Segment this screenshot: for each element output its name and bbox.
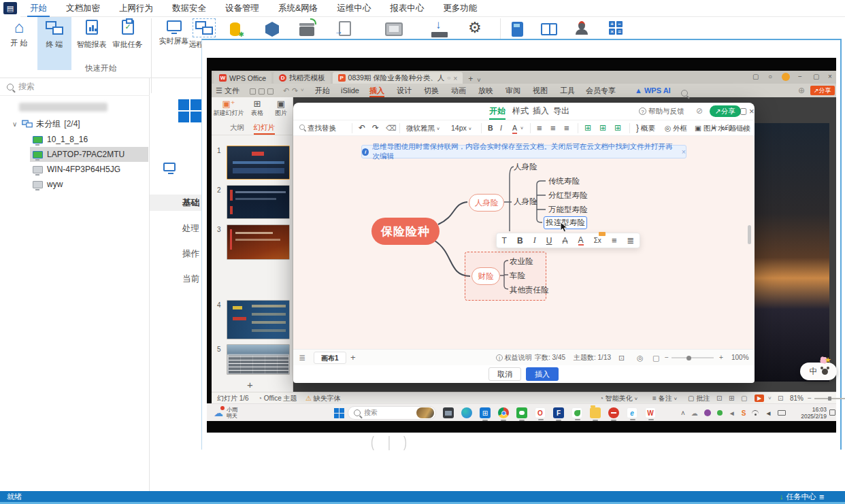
menu-home[interactable]: 开始 bbox=[315, 84, 330, 97]
download-icon[interactable] bbox=[431, 21, 448, 40]
menu-member[interactable]: 会员专享 bbox=[586, 84, 616, 97]
tree-item-terminal-selected[interactable]: LAPTOP-7PAC2MTU bbox=[0, 147, 150, 162]
dialog-tab-insert[interactable]: 插入 bbox=[533, 103, 549, 120]
notification-center-icon[interactable] bbox=[829, 409, 835, 416]
play-button[interactable]: ▶ bbox=[755, 394, 764, 402]
summary-button[interactable]: } 概要 bbox=[636, 120, 655, 136]
file-menu[interactable]: ☰ 文件 bbox=[216, 84, 239, 97]
device-card-icon[interactable] bbox=[385, 22, 403, 36]
tree-item-terminal[interactable]: WIN-4FP3P64H5JG bbox=[0, 162, 150, 177]
format-clear-icon[interactable]: ⌫ bbox=[386, 120, 397, 136]
play-dropdown-icon[interactable]: ˅ bbox=[768, 392, 772, 404]
font-color-icon[interactable]: A bbox=[578, 236, 584, 246]
volume-icon[interactable]: ◄ bbox=[765, 409, 772, 417]
notes-button[interactable]: ≡ 备注 ˅ bbox=[652, 392, 677, 404]
bold-icon[interactable]: B bbox=[488, 120, 493, 136]
menu-ops-center[interactable]: 运维中心 bbox=[327, 0, 380, 17]
menu-more[interactable]: 更多功能 bbox=[433, 0, 486, 17]
align-center-icon[interactable]: ≡ bbox=[550, 120, 556, 136]
mindmap-leaf-node[interactable]: 分红型寿险 bbox=[548, 190, 588, 201]
report-transfer-icon[interactable]: → bbox=[339, 21, 351, 39]
input-method-indicator[interactable]: ★ 中 bbox=[800, 363, 837, 380]
canvas-stack-icon[interactable]: ≣ bbox=[299, 350, 305, 366]
folder-icon[interactable] bbox=[590, 407, 601, 418]
fit-screen-icon[interactable]: ⊡ bbox=[618, 350, 625, 366]
formula-icon[interactable]: Σx bbox=[594, 237, 601, 244]
zoom-slider[interactable] bbox=[814, 398, 845, 399]
menu-start[interactable]: 开始 bbox=[20, 0, 56, 17]
mindmap-leaf-node[interactable]: 传统寿险 bbox=[548, 176, 580, 186]
green-app-icon[interactable] bbox=[571, 407, 582, 418]
ribbon-smart-report-button[interactable]: 智能报表 bbox=[73, 18, 110, 50]
more-tools-icon[interactable]: ▸ bbox=[743, 120, 746, 136]
menu-data-security[interactable]: 数据安全 bbox=[163, 0, 216, 17]
menu-view[interactable]: 视图 bbox=[533, 84, 548, 97]
do-not-disturb-icon[interactable]: ⊘ bbox=[696, 103, 703, 120]
reading-view-icon[interactable]: ▢ bbox=[741, 392, 747, 404]
purple-app-icon[interactable] bbox=[704, 409, 711, 416]
zoom-out-icon[interactable]: − bbox=[665, 350, 669, 366]
slide-thumbnail-1[interactable] bbox=[227, 146, 290, 180]
font-size-select[interactable]: 14px ˅ bbox=[451, 120, 471, 136]
mindmap-branch-node[interactable]: 财险 bbox=[471, 267, 500, 285]
undo-icon[interactable]: ↶ bbox=[283, 84, 289, 97]
security-hex-icon[interactable] bbox=[265, 22, 279, 39]
wps-document-tab[interactable]: P 0839期 保险业务险种分类、人 ○ × bbox=[333, 72, 463, 84]
mindmap-leaf-node[interactable]: 农业险 bbox=[510, 256, 533, 267]
layout-structure-icon[interactable]: ⊞ bbox=[584, 120, 591, 136]
missing-font-warning[interactable]: ⚠ 缺失字体 bbox=[305, 392, 341, 404]
canvas-scrollbar[interactable] bbox=[748, 225, 751, 244]
mindmap-canvas[interactable]: i 思维导图使用时需保持联网，内容会实时保存至云文档。关闭后可在云文档中找到文件… bbox=[293, 136, 755, 349]
menu-animation[interactable]: 动画 bbox=[451, 84, 466, 97]
minimap-icon[interactable]: ▢ bbox=[652, 350, 659, 366]
redo-icon[interactable]: ↷ bbox=[372, 120, 379, 136]
fit-window-icon[interactable]: ⊡ bbox=[778, 392, 783, 404]
close-button[interactable]: × bbox=[828, 73, 832, 80]
layout-tree-icon[interactable]: ⊞ bbox=[599, 120, 606, 136]
canvas-tab[interactable]: 画布1 bbox=[314, 352, 346, 364]
comments-button[interactable]: ▢ 批注 bbox=[688, 392, 710, 404]
align-left-icon[interactable]: ≡ bbox=[537, 120, 542, 136]
zoom-slider[interactable] bbox=[672, 357, 714, 358]
align-right-icon[interactable]: ≡ bbox=[564, 120, 569, 136]
skin-icon[interactable]: ▢ bbox=[752, 73, 759, 80]
menu-tools[interactable]: 工具 bbox=[560, 84, 575, 97]
clock[interactable]: 16:032025/2/19 bbox=[797, 404, 827, 422]
theme-indicator[interactable]: ◔ Office 主题 bbox=[258, 392, 297, 404]
wps-icon[interactable]: W bbox=[645, 407, 656, 418]
rights-link[interactable]: i 权益说明 bbox=[496, 350, 532, 366]
menu-slideshow[interactable]: 放映 bbox=[478, 84, 493, 97]
zoom-in-icon[interactable]: + bbox=[719, 350, 723, 366]
tree-group-row[interactable]: ∨ 未分组 [2/4] bbox=[0, 116, 150, 131]
software-package-icon[interactable] bbox=[230, 22, 240, 39]
text-style-icon[interactable]: T bbox=[502, 236, 507, 246]
redo-icon[interactable]: ↷ bbox=[292, 84, 298, 97]
server-network-icon[interactable] bbox=[299, 27, 314, 39]
insert-button[interactable]: 插入 bbox=[526, 367, 559, 381]
add-slide-button[interactable]: + bbox=[247, 379, 253, 390]
font-family-select[interactable]: 微软雅黑 ˅ bbox=[406, 120, 440, 136]
slides-tab[interactable]: 幻灯片 bbox=[254, 123, 276, 135]
dialog-tab-start[interactable]: 开始 bbox=[489, 103, 506, 120]
notebook-icon[interactable] bbox=[512, 22, 523, 39]
chevron-down-icon[interactable]: ˅ bbox=[520, 120, 523, 136]
find-replace-button[interactable]: 查找替换 bbox=[299, 120, 336, 136]
watermark-button[interactable]: ≈ 水印 ˅ bbox=[712, 120, 737, 136]
insert-image-button[interactable]: ▣ 图片 bbox=[271, 99, 291, 118]
task-center-button[interactable]: ↓ 任务中心 ≣ bbox=[780, 492, 825, 502]
slide-thumbnail-3[interactable] bbox=[227, 224, 290, 260]
layout-org-icon[interactable]: ⊞ bbox=[614, 120, 621, 136]
help-feedback-button[interactable]: ? 帮助与反馈 bbox=[639, 103, 684, 120]
strikethrough-icon[interactable]: A bbox=[562, 236, 567, 246]
mindmap-leaf-node[interactable]: 万能型寿险 bbox=[548, 205, 588, 215]
menu-system-network[interactable]: 系统&网络 bbox=[269, 0, 327, 17]
bold-icon[interactable]: B bbox=[517, 236, 523, 246]
cloud-tray-icon[interactable]: ☁ bbox=[691, 409, 698, 417]
frame-button[interactable]: ◎ 外框 bbox=[665, 120, 687, 136]
tab-list-dropdown[interactable]: ˅ bbox=[477, 77, 480, 84]
dialog-share-button[interactable]: ↗分享 bbox=[710, 105, 741, 117]
edge-icon[interactable] bbox=[461, 407, 472, 418]
opera-icon[interactable]: O bbox=[535, 407, 546, 418]
mindmap-leaf-node[interactable]: 车险 bbox=[510, 271, 525, 281]
minimize-button[interactable]: − bbox=[798, 73, 802, 80]
